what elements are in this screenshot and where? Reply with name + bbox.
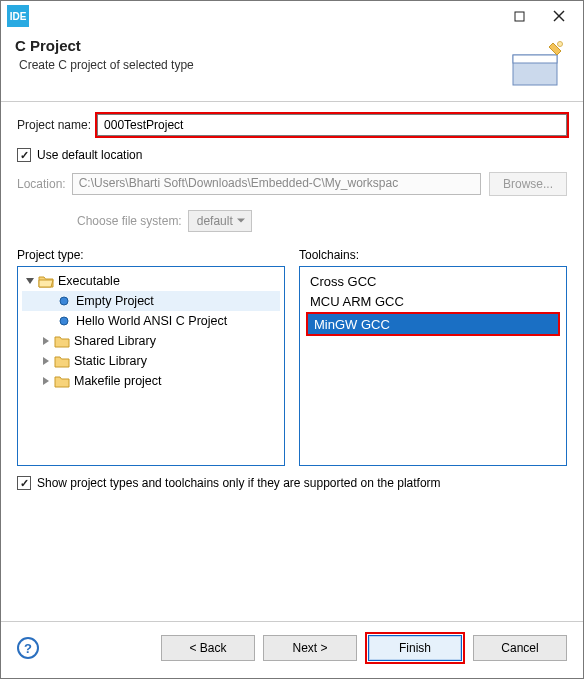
app-badge: IDE — [7, 5, 29, 27]
chevron-right-icon[interactable] — [40, 355, 52, 367]
close-button[interactable] — [539, 2, 579, 30]
tree-node-empty-project[interactable]: Empty Project — [22, 291, 280, 311]
tree-node-makefile-project[interactable]: Makefile project — [22, 371, 280, 391]
svg-marker-11 — [43, 357, 49, 365]
svg-rect-4 — [513, 55, 557, 63]
maximize-button[interactable] — [499, 2, 539, 30]
next-button[interactable]: Next > — [263, 635, 357, 661]
finish-button[interactable]: Finish — [368, 635, 462, 661]
cancel-button[interactable]: Cancel — [473, 635, 567, 661]
filesystem-combo: default — [188, 210, 252, 232]
toolchain-cross-gcc[interactable]: Cross GCC — [304, 271, 562, 291]
filesystem-row: Choose file system: default — [77, 210, 567, 232]
banner-subtitle: Create C project of selected type — [15, 58, 507, 72]
tree-node-label: Shared Library — [74, 334, 156, 348]
location-row: Location: C:\Users\Bharti Soft\Downloads… — [17, 172, 567, 196]
titlebar: IDE — [1, 1, 583, 31]
use-default-location-row[interactable]: Use default location — [17, 148, 567, 162]
cproject-wizard-dialog: IDE C Project Create C project of select… — [0, 0, 584, 679]
chevron-right-icon[interactable] — [40, 335, 52, 347]
svg-point-8 — [60, 297, 68, 305]
toolchain-mcu-arm-gcc[interactable]: MCU ARM GCC — [304, 291, 562, 311]
template-icon — [56, 313, 72, 329]
button-bar: ? < Back Next > Finish Cancel — [1, 621, 583, 678]
browse-button: Browse... — [489, 172, 567, 196]
tree-node-label: Executable — [58, 274, 120, 288]
tree-node-shared-library[interactable]: Shared Library — [22, 331, 280, 351]
toolchain-highlight: MinGW GCC — [306, 312, 560, 336]
filter-supported-label: Show project types and toolchains only i… — [37, 476, 441, 490]
project-type-column: Project type: Executable — [17, 248, 285, 466]
tree-node-label: Hello World ANSI C Project — [76, 314, 227, 328]
svg-marker-10 — [43, 337, 49, 345]
form-area: Project name: Use default location Locat… — [1, 102, 583, 621]
chevron-right-icon[interactable] — [40, 375, 52, 387]
filter-supported-checkbox[interactable] — [17, 476, 31, 490]
svg-point-6 — [558, 42, 563, 47]
project-name-label: Project name: — [17, 118, 91, 132]
filter-supported-row[interactable]: Show project types and toolchains only i… — [17, 476, 567, 490]
svg-point-9 — [60, 317, 68, 325]
use-default-location-checkbox[interactable] — [17, 148, 31, 162]
project-name-input[interactable] — [97, 114, 567, 136]
tree-node-hello-world[interactable]: Hello World ANSI C Project — [22, 311, 280, 331]
banner: C Project Create C project of selected t… — [1, 31, 583, 102]
location-input: C:\Users\Bharti Soft\Downloads\Embedded-… — [72, 173, 481, 195]
toolchains-label: Toolchains: — [299, 248, 567, 262]
chevron-down-icon[interactable] — [24, 275, 36, 287]
project-type-label: Project type: — [17, 248, 285, 262]
folder-open-icon — [38, 273, 54, 289]
tree-node-label: Static Library — [74, 354, 147, 368]
folder-icon — [54, 373, 70, 389]
tree-node-label: Empty Project — [76, 294, 154, 308]
toolchains-column: Toolchains: Cross GCC MCU ARM GCC MinGW … — [299, 248, 567, 466]
tree-node-label: Makefile project — [74, 374, 162, 388]
form-spacer — [17, 500, 567, 621]
back-button[interactable]: < Back — [161, 635, 255, 661]
svg-marker-12 — [43, 377, 49, 385]
folder-icon — [54, 333, 70, 349]
toolchain-mingw-gcc[interactable]: MinGW GCC — [308, 314, 558, 334]
project-type-tree[interactable]: Executable Empty Project Hello World ANS… — [17, 266, 285, 466]
type-toolchain-area: Project type: Executable — [17, 248, 567, 466]
project-name-row: Project name: — [17, 114, 567, 136]
choose-fs-label: Choose file system: — [77, 214, 182, 228]
wizard-icon — [507, 37, 567, 91]
toolchains-list[interactable]: Cross GCC MCU ARM GCC MinGW GCC — [299, 266, 567, 466]
folder-icon — [54, 353, 70, 369]
use-default-location-label: Use default location — [37, 148, 142, 162]
tree-node-static-library[interactable]: Static Library — [22, 351, 280, 371]
svg-marker-7 — [26, 278, 34, 284]
banner-title: C Project — [15, 37, 507, 54]
finish-highlight: Finish — [365, 632, 465, 664]
location-label: Location: — [17, 177, 66, 191]
template-icon — [56, 293, 72, 309]
tree-node-executable[interactable]: Executable — [22, 271, 280, 291]
svg-rect-0 — [515, 12, 524, 21]
help-button[interactable]: ? — [17, 637, 39, 659]
